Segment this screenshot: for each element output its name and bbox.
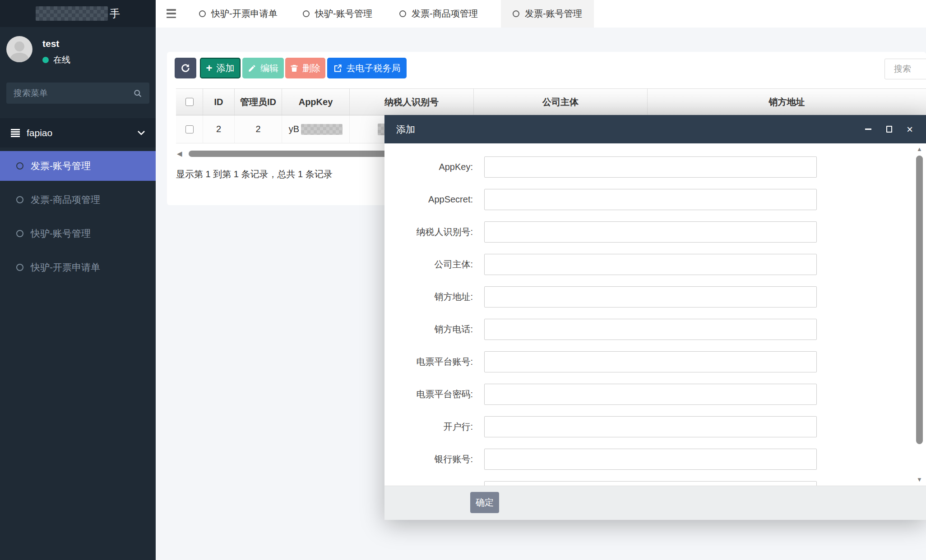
avatar-body-shape xyxy=(10,53,28,62)
appsecret-input[interactable] xyxy=(484,189,817,210)
refresh-icon xyxy=(181,63,190,73)
scroll-down-arrow-icon[interactable]: ▼ xyxy=(916,476,923,483)
avatar-head-shape xyxy=(14,41,24,51)
next-field-input-partial[interactable] xyxy=(484,481,817,486)
sidebar-item-label: 快驴-账号管理 xyxy=(31,227,91,240)
maximize-button[interactable] xyxy=(884,125,894,134)
appkey-redacted-block xyxy=(301,124,343,135)
trash-icon xyxy=(290,64,298,73)
form-row-partial xyxy=(384,481,926,486)
circle-icon xyxy=(16,162,23,170)
field-label: 银行账号: xyxy=(384,449,473,470)
record-summary: 显示第 1 到第 1 条记录，总共 1 条记录 xyxy=(176,168,333,180)
logo-redacted-block xyxy=(36,6,108,21)
tab-label: 快驴-账号管理 xyxy=(315,8,372,20)
user-status: 在线 xyxy=(42,54,70,66)
edit-button[interactable]: 编辑 xyxy=(242,58,284,78)
field-label: 电票平台密码: xyxy=(384,384,473,405)
form-row-seller-phone: 销方电话: xyxy=(384,319,926,340)
bank-branch-input[interactable] xyxy=(484,416,817,437)
field-label: 销方地址: xyxy=(384,286,473,308)
sidebar-menu: 发票-账号管理 发票-商品项管理 快驴-账号管理 快驴-开票申请单 xyxy=(0,151,156,282)
dialog-body: AppKey: AppSecret: 纳税人识别号: 公司主体: 销方地址: 销… xyxy=(384,143,926,486)
scroll-up-arrow-icon[interactable]: ▲ xyxy=(916,146,923,152)
select-all-checkbox[interactable] xyxy=(185,98,194,106)
pencil-icon xyxy=(248,64,256,73)
appkey-input[interactable] xyxy=(484,156,817,178)
dialog-titlebar[interactable]: 添加 × xyxy=(384,115,926,143)
add-button[interactable]: + 添加 xyxy=(200,58,241,78)
tab-kuailv-account[interactable]: 快驴-账号管理 xyxy=(291,0,384,28)
tab-label: 发票-商品项管理 xyxy=(412,8,478,20)
dialog-footer: 确定 xyxy=(384,486,926,520)
search-icon xyxy=(133,89,142,98)
add-button-label: 添加 xyxy=(217,62,235,74)
tax-id-input[interactable] xyxy=(484,221,817,243)
sidebar-item-label: 快驴-开票申请单 xyxy=(31,261,100,274)
sidebar-item-fapiao-goods[interactable]: 发票-商品项管理 xyxy=(0,185,156,215)
confirm-button[interactable]: 确定 xyxy=(470,492,499,513)
app-logo: 手 xyxy=(0,0,156,27)
cell-id: 2 xyxy=(203,115,235,143)
form-row-appkey: AppKey: xyxy=(384,156,926,178)
user-name: test xyxy=(42,38,70,49)
sidebar-group-fapiao[interactable]: fapiao xyxy=(0,118,156,147)
hamburger-icon[interactable] xyxy=(167,9,176,18)
row-checkbox[interactable] xyxy=(185,125,194,133)
tab-kuailv-apply[interactable]: 快驴-开票申请单 xyxy=(187,0,289,28)
menu-search-input[interactable] xyxy=(14,88,133,98)
field-label: 电票平台账号: xyxy=(384,351,473,372)
delete-button-label: 删除 xyxy=(302,62,320,74)
tab-label: 发票-账号管理 xyxy=(525,8,582,20)
minimize-button[interactable] xyxy=(864,125,873,134)
close-button[interactable]: × xyxy=(905,125,914,134)
table-search-input[interactable] xyxy=(884,59,926,79)
seller-phone-input[interactable] xyxy=(484,319,817,340)
company-input[interactable] xyxy=(484,254,817,275)
cell-appkey: yB xyxy=(282,115,350,143)
select-all-header xyxy=(176,89,203,115)
chevron-down-icon xyxy=(138,131,145,135)
form-row-seller-address: 销方地址: xyxy=(384,286,926,308)
goto-tax-bureau-button[interactable]: 去电子税务局 xyxy=(327,58,407,78)
list-icon xyxy=(11,129,20,137)
field-label: 纳税人识别号: xyxy=(384,221,473,243)
circle-icon xyxy=(16,264,23,271)
add-dialog: 添加 × AppKey: AppSecret: 纳税人识别号: 公司主体: 销方… xyxy=(384,115,926,520)
plus-icon: + xyxy=(206,62,212,74)
form-row-eticket-account: 电票平台账号: xyxy=(384,351,926,372)
sidebar-item-label: 发票-账号管理 xyxy=(31,160,91,172)
sidebar-item-fapiao-account[interactable]: 发票-账号管理 xyxy=(0,151,156,181)
bank-account-input[interactable] xyxy=(484,449,817,470)
field-label: 公司主体: xyxy=(384,254,473,275)
minimize-icon xyxy=(865,129,871,130)
menu-search xyxy=(6,83,149,104)
column-header-tax-id: 纳税人识别号 xyxy=(350,89,474,115)
scroll-left-arrow-icon[interactable]: ◀ xyxy=(177,150,182,157)
edit-button-label: 编辑 xyxy=(260,62,278,74)
form-row-tax-id: 纳税人识别号: xyxy=(384,221,926,243)
form-row-eticket-password: 电票平台密码: xyxy=(384,384,926,405)
sidebar-item-kuailv-account[interactable]: 快驴-账号管理 xyxy=(0,219,156,248)
field-label: 销方电话: xyxy=(384,319,473,340)
user-panel: test 在线 xyxy=(6,36,70,66)
field-label: AppSecret: xyxy=(384,189,473,210)
table-header-row: ID 管理员ID AppKey 纳税人识别号 公司主体 销方地址 xyxy=(176,88,926,115)
seller-address-input[interactable] xyxy=(484,286,817,308)
column-header-appkey: AppKey xyxy=(282,89,350,115)
form-row-bank-branch: 开户行: xyxy=(384,416,926,437)
sidebar-item-kuailv-apply[interactable]: 快驴-开票申请单 xyxy=(0,252,156,282)
eticket-account-input[interactable] xyxy=(484,351,817,372)
tab-fapiao-goods[interactable]: 发票-商品项管理 xyxy=(388,0,490,28)
tab-fapiao-account[interactable]: 发票-账号管理 xyxy=(501,0,594,28)
close-icon: × xyxy=(907,125,913,134)
delete-button[interactable]: 删除 xyxy=(285,58,325,78)
refresh-button[interactable] xyxy=(175,58,196,78)
vertical-scrollbar-thumb[interactable] xyxy=(916,156,923,444)
cell-admin-id: 2 xyxy=(235,115,282,143)
column-header-id: ID xyxy=(203,89,235,115)
top-tab-bar: 快驴-开票申请单 快驴-账号管理 发票-商品项管理 发票-账号管理 xyxy=(156,0,926,28)
column-header-seller-address: 销方地址 xyxy=(648,89,926,115)
eticket-password-input[interactable] xyxy=(484,384,817,405)
circle-icon xyxy=(399,10,406,17)
